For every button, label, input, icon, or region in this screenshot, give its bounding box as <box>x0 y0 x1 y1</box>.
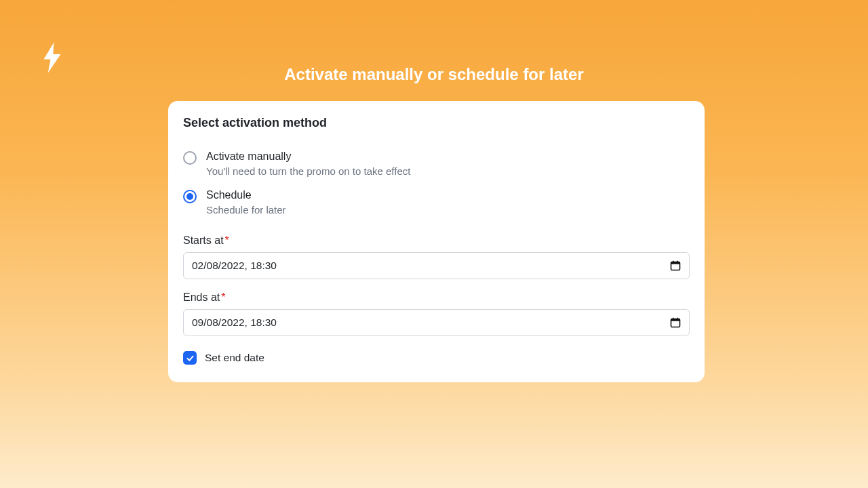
checkbox-label: Set end date <box>205 352 264 364</box>
svg-rect-6 <box>673 318 674 320</box>
radio-description: You'll need to turn the promo on to take… <box>206 165 410 177</box>
svg-rect-5 <box>671 319 680 321</box>
svg-rect-7 <box>677 318 678 320</box>
calendar-icon <box>670 317 681 328</box>
activation-card: Select activation method Activate manual… <box>168 101 705 382</box>
starts-at-input[interactable]: 02/08/2022, 18:30 <box>183 252 690 279</box>
ends-at-label: Ends at* <box>183 291 690 304</box>
radio-label: Schedule <box>206 189 286 201</box>
starts-at-label: Starts at* <box>183 235 690 247</box>
calendar-icon <box>670 260 681 271</box>
radio-schedule[interactable]: Schedule Schedule for later <box>183 189 690 216</box>
required-marker: * <box>225 235 229 246</box>
set-end-date-checkbox[interactable]: Set end date <box>183 351 690 365</box>
svg-rect-3 <box>677 261 678 263</box>
page-title: Activate manually or schedule for later <box>0 65 868 84</box>
svg-rect-1 <box>671 262 680 264</box>
checkbox-checked-icon <box>183 351 197 365</box>
starts-at-value: 02/08/2022, 18:30 <box>192 260 277 272</box>
radio-circle-selected-icon <box>183 190 197 203</box>
svg-rect-2 <box>673 261 674 263</box>
radio-circle-icon <box>183 151 197 165</box>
card-heading: Select activation method <box>183 116 690 130</box>
radio-activate-manually[interactable]: Activate manually You'll need to turn th… <box>183 150 690 177</box>
radio-description: Schedule for later <box>206 204 286 216</box>
ends-at-value: 09/08/2022, 18:30 <box>192 317 277 329</box>
required-marker: * <box>221 291 225 303</box>
ends-at-input[interactable]: 09/08/2022, 18:30 <box>183 309 690 336</box>
radio-label: Activate manually <box>206 150 410 163</box>
